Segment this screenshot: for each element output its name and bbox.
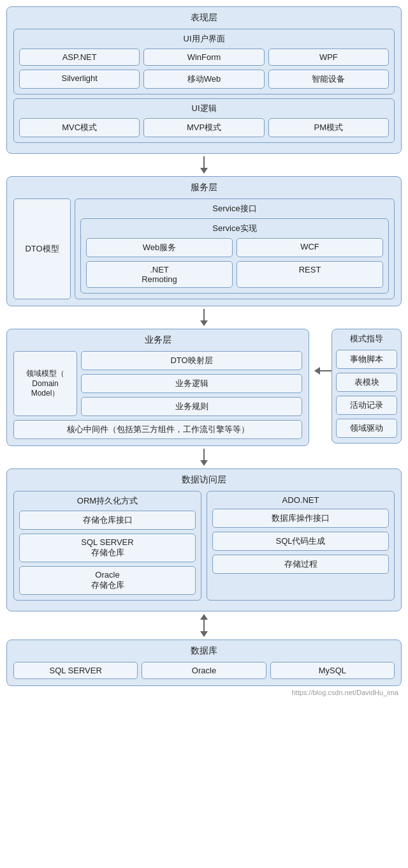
arrow-left (314, 367, 332, 375)
db-item-0: SQL SERVER (13, 662, 138, 679)
service-interface-box: Service接口 Service实现 Web服务 WCF .NET Remot… (75, 198, 395, 299)
biz-logic-item: 业务逻辑 (81, 374, 302, 393)
side-area: 模式指导 事物脚本 表模块 活动记录 领域驱动 (314, 329, 402, 444)
ado-item-2: 存储过程 (212, 555, 389, 574)
service-layer-title: 服务层 (13, 182, 395, 193)
db-items-row: SQL SERVER Oracle MySQL (13, 662, 395, 679)
ado-item-0: 数据库操作接口 (212, 509, 389, 528)
data-access-layer: 数据访问层 ORM持久化方式 存储仓库接口 SQL SERVER 存储仓库 Or… (6, 468, 402, 611)
service-inner-row: DTO模型 Service接口 Service实现 Web服务 WCF .NET… (13, 198, 395, 299)
pattern-item-2: 活动记录 (336, 396, 397, 415)
ado-col: ADO.NET 数据库操作接口 SQL代码生成 存储过程 (207, 491, 395, 601)
pattern-guide-title: 模式指导 (336, 333, 397, 345)
orm-item-1: SQL SERVER 存储仓库 (19, 534, 196, 562)
arrow-presentation-to-service (200, 156, 208, 174)
pattern-item-1: 表模块 (336, 373, 397, 392)
winform-item: WinForm (143, 49, 264, 66)
web-service-item: Web服务 (86, 238, 233, 257)
orm-items: 存储仓库接口 SQL SERVER 存储仓库 Oracle 存储仓库 (19, 511, 196, 595)
ui-logic-section: UI逻辑 MVC模式 MVP模式 PM模式 (13, 98, 395, 143)
pattern-item-0: 事物脚本 (336, 350, 397, 369)
db-item-1: Oracle (142, 662, 266, 679)
biz-row: 业务层 领域模型（ Domain Model） DTO映射层 业务逻辑 业务规则… (6, 329, 402, 446)
orm-col: ORM持久化方式 存储仓库接口 SQL SERVER 存储仓库 Oracle 存… (13, 491, 201, 601)
ui-section: UI用户界面 ASP.NET WinForm WPF Silverlight 移… (13, 29, 395, 94)
service-impl-box: Service实现 Web服务 WCF .NET Remoting REST (80, 218, 389, 294)
page-container: 表现层 UI用户界面 ASP.NET WinForm WPF Silverlig… (6, 6, 402, 855)
service-right: Service接口 Service实现 Web服务 WCF .NET Remot… (75, 198, 395, 299)
service-impl-row1: Web服务 WCF (86, 238, 383, 257)
ui-row1: ASP.NET WinForm WPF (19, 49, 389, 66)
db-layer-title: 数据库 (13, 645, 395, 657)
domain-item: 领域模型（ Domain Model） (13, 351, 77, 416)
rest-item: REST (237, 261, 383, 288)
arrow-da-to-db (200, 614, 208, 637)
service-interface-title: Service接口 (80, 203, 389, 214)
dto-box: DTO模型 (13, 198, 71, 299)
biz-rule-item: 业务规则 (81, 397, 302, 416)
wpf-item: WPF (268, 49, 389, 66)
db-item-2: MySQL (270, 662, 395, 679)
pm-item: PM模式 (268, 118, 389, 137)
presentation-layer: 表现层 UI用户界面 ASP.NET WinForm WPF Silverlig… (6, 6, 402, 154)
biz-top-row: 领域模型（ Domain Model） DTO映射层 业务逻辑 业务规则 (13, 351, 302, 416)
wcf-item: WCF (237, 238, 383, 257)
dto-layer-item: DTO映射层 (81, 351, 302, 370)
pattern-item-3: 领域驱动 (336, 419, 397, 438)
net-remoting-item: .NET Remoting (86, 261, 233, 288)
mvc-item: MVC模式 (19, 118, 140, 137)
pattern-guide-items: 事物脚本 表模块 活动记录 领域驱动 (336, 350, 397, 438)
ui-logic-title: UI逻辑 (19, 103, 389, 114)
pattern-guide-side: 模式指导 事物脚本 表模块 活动记录 领域驱动 (332, 329, 402, 444)
dto-right: DTO映射层 业务逻辑 业务规则 (81, 351, 302, 416)
arrow-service-to-biz (200, 309, 208, 326)
mvp-item: MVP模式 (143, 118, 264, 137)
ui-logic-row: MVC模式 MVP模式 PM模式 (19, 118, 389, 137)
presentation-layer-title: 表现层 (13, 12, 395, 24)
silverlight-item: Silverlight (19, 70, 140, 89)
watermark: https://blog.csdn.net/DavidHu_ima (6, 689, 402, 696)
core-middleware-item: 核心中间件（包括第三方组件，工作流引擎等等） (13, 420, 302, 439)
database-layer: 数据库 SQL SERVER Oracle MySQL (6, 640, 402, 686)
pattern-guide-box: 模式指导 事物脚本 表模块 活动记录 领域驱动 (332, 329, 402, 444)
biz-layer-title: 业务层 (13, 334, 302, 346)
service-impl-title: Service实现 (86, 223, 383, 234)
asp-net-item: ASP.NET (19, 49, 140, 66)
business-layer: 业务层 领域模型（ Domain Model） DTO映射层 业务逻辑 业务规则… (6, 329, 309, 446)
ado-title: ADO.NET (212, 495, 389, 505)
ado-item-1: SQL代码生成 (212, 532, 389, 551)
orm-item-0: 存储仓库接口 (19, 511, 196, 530)
ado-items: 数据库操作接口 SQL代码生成 存储过程 (212, 509, 389, 574)
da-layer-title: 数据访问层 (13, 474, 395, 486)
ui-section-title: UI用户界面 (19, 33, 389, 45)
service-layer: 服务层 DTO模型 Service接口 Service实现 Web服务 WCF (6, 176, 402, 306)
ui-row2: Silverlight 移动Web 智能设备 (19, 70, 389, 89)
da-row: ORM持久化方式 存储仓库接口 SQL SERVER 存储仓库 Oracle 存… (13, 491, 395, 604)
mobile-web-item: 移动Web (143, 70, 264, 89)
biz-main: 业务层 领域模型（ Domain Model） DTO映射层 业务逻辑 业务规则… (6, 329, 309, 446)
smart-device-item: 智能设备 (268, 70, 389, 89)
arrow-biz-to-da (200, 449, 208, 466)
service-impl-row2: .NET Remoting REST (86, 261, 383, 288)
orm-item-2: Oracle 存储仓库 (19, 566, 196, 595)
orm-title: ORM持久化方式 (19, 495, 196, 507)
dto-item: DTO模型 (13, 198, 71, 299)
